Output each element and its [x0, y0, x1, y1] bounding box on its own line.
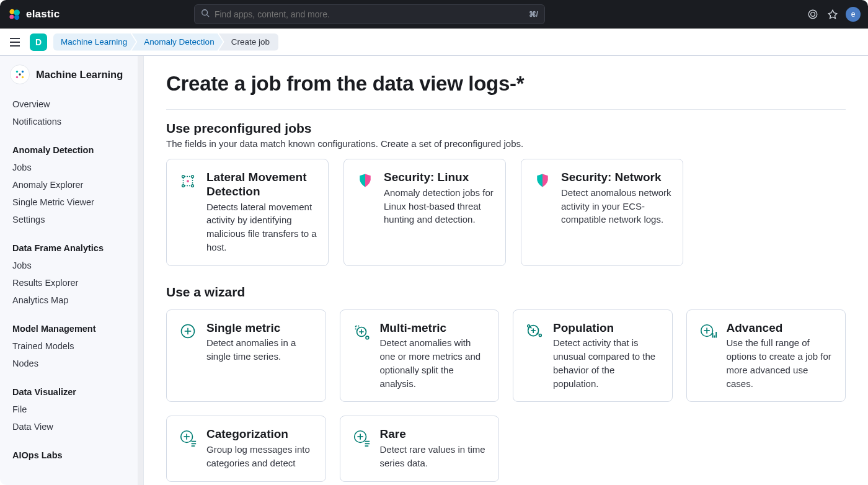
card-advanced[interactable]: Advanced Use the full range of options t…	[686, 309, 846, 403]
sidebar-item-settings[interactable]: Settings	[0, 211, 143, 228]
sidebar-item-notifications[interactable]: Notifications	[0, 113, 143, 130]
svg-point-2	[9, 15, 14, 19]
breadcrumb-current: Create job	[219, 33, 278, 51]
security-shield-icon	[533, 171, 552, 254]
card-desc: Group log messages into categories and d…	[206, 443, 314, 470]
main-content: Create a job from the data view logs-* U…	[144, 56, 868, 485]
svg-point-0	[9, 9, 14, 14]
sidebar-item-data-view[interactable]: Data View	[0, 418, 143, 435]
card-security-network[interactable]: Security: Network Detect anomalous netwo…	[521, 159, 683, 266]
svg-point-7	[16, 71, 18, 73]
wizard-cards: Single metric Detect anomalies in a sing…	[166, 309, 846, 482]
breadcrumb-ml[interactable]: Machine Learning	[53, 33, 136, 51]
svg-point-6	[811, 12, 815, 17]
sidebar-title: Machine Learning	[36, 68, 123, 81]
svg-point-8	[22, 71, 24, 73]
sidebar-item-results-explorer[interactable]: Results Explorer	[0, 274, 143, 291]
breadcrumb-anomaly[interactable]: Anomaly Detection	[131, 33, 223, 51]
preconf-heading: Use preconfigured jobs	[166, 121, 846, 136]
svg-point-22	[539, 334, 542, 336]
sidebar-header: Machine Learning	[0, 65, 143, 91]
card-population[interactable]: Population Detect activity that is unusu…	[513, 309, 673, 403]
card-title: Single metric	[206, 321, 314, 336]
preconf-cards: Lateral Movement Detection Detects later…	[166, 159, 846, 266]
sidebar-item-dfa-jobs[interactable]: Jobs	[0, 257, 143, 274]
newsfeed-icon[interactable]	[806, 7, 820, 21]
card-title: Rare	[380, 427, 488, 442]
sidebar-item-nodes[interactable]: Nodes	[0, 355, 143, 372]
search-shortcut: ⌘/	[529, 10, 538, 19]
card-multi-metric[interactable]: Multi-metric Detect anomalies with one o…	[340, 309, 500, 403]
card-single-metric[interactable]: Single metric Detect anomalies in a sing…	[166, 309, 326, 403]
svg-point-21	[528, 324, 530, 327]
card-desc: Use the full range of options to create …	[727, 336, 835, 390]
svg-point-10	[22, 76, 24, 78]
svg-point-11	[19, 73, 20, 75]
svg-point-9	[16, 76, 18, 78]
sidebar-item-single-metric-viewer[interactable]: Single Metric Viewer	[0, 194, 143, 211]
preconf-sub: The fields in your data match known conf…	[166, 138, 846, 149]
card-desc: Detect activity that is unusual compared…	[553, 336, 661, 390]
svg-point-3	[14, 15, 19, 20]
sidebar: Machine Learning Overview Notifications …	[0, 56, 144, 485]
multi-metric-icon	[352, 321, 371, 391]
card-desc: Detect rare values in time series data.	[380, 443, 488, 470]
card-rare[interactable]: Rare Detect rare values in time series d…	[340, 416, 500, 481]
brand-text: elastic	[26, 8, 60, 20]
search-icon	[201, 9, 210, 20]
security-shield-icon	[355, 171, 375, 254]
sidebar-item-trained-models[interactable]: Trained Models	[0, 337, 143, 355]
card-title: Population	[553, 321, 661, 336]
page-title: Create a job from the data view logs-*	[166, 72, 846, 96]
sidebar-group-data-vis: Data Visualizer	[0, 382, 143, 401]
subbar: D Machine Learning Anomaly Detection Cre…	[0, 29, 868, 56]
user-avatar[interactable]: e	[846, 7, 861, 22]
sidebar-group-dfa: Data Frame Analytics	[0, 238, 143, 257]
space-selector[interactable]: D	[30, 33, 47, 51]
svg-point-19	[366, 336, 369, 339]
card-desc: Detect anomalies with one or more metric…	[380, 336, 488, 390]
svg-point-16	[187, 180, 189, 182]
card-desc: Detect anomalous network activity in you…	[561, 186, 671, 226]
svg-point-14	[182, 185, 185, 187]
divider	[166, 109, 846, 110]
sidebar-group-aiops: AIOps Labs	[0, 445, 143, 464]
svg-point-4	[202, 10, 208, 16]
card-desc: Detect anomalies in a single time series…	[206, 336, 314, 363]
search-input[interactable]	[215, 9, 524, 19]
card-title: Multi-metric	[380, 321, 488, 336]
global-search[interactable]: ⌘/	[194, 4, 545, 24]
breadcrumbs: Machine Learning Anomaly Detection Creat…	[53, 33, 278, 51]
card-desc: Detects lateral movement activity by ide…	[206, 200, 317, 254]
advanced-icon	[698, 321, 718, 391]
sidebar-group-model-mgmt: Model Management	[0, 319, 143, 337]
svg-point-13	[192, 176, 194, 178]
ml-app-icon	[10, 65, 30, 84]
svg-point-12	[182, 176, 185, 178]
rare-icon	[352, 427, 371, 469]
wizard-heading: Use a wizard	[166, 285, 846, 300]
card-title: Security: Linux	[384, 171, 494, 185]
sidebar-group-anomaly: Anomaly Detection	[0, 140, 143, 159]
card-title: Categorization	[206, 427, 314, 442]
svg-point-15	[192, 185, 194, 187]
svg-point-5	[808, 10, 817, 19]
sidebar-item-analytics-map[interactable]: Analytics Map	[0, 291, 143, 309]
topbar: elastic ⌘/ e	[0, 0, 868, 29]
topbar-right: e	[806, 7, 861, 22]
logo[interactable]: elastic	[7, 7, 60, 21]
card-title: Lateral Movement Detection	[206, 171, 317, 199]
elastic-logo-icon	[7, 7, 21, 21]
help-icon[interactable]	[826, 7, 839, 21]
nav-toggle-icon[interactable]	[6, 33, 24, 51]
svg-point-1	[14, 9, 20, 16]
sidebar-item-jobs[interactable]: Jobs	[0, 159, 143, 176]
sidebar-item-file[interactable]: File	[0, 401, 143, 418]
lateral-movement-icon	[178, 171, 198, 254]
card-lateral-movement[interactable]: Lateral Movement Detection Detects later…	[166, 159, 329, 266]
card-security-linux[interactable]: Security: Linux Anomaly detection jobs f…	[343, 159, 506, 266]
card-title: Advanced	[727, 321, 835, 336]
sidebar-item-overview[interactable]: Overview	[0, 96, 143, 113]
sidebar-item-anomaly-explorer[interactable]: Anomaly Explorer	[0, 176, 143, 194]
card-categorization[interactable]: Categorization Group log messages into c…	[166, 416, 326, 481]
